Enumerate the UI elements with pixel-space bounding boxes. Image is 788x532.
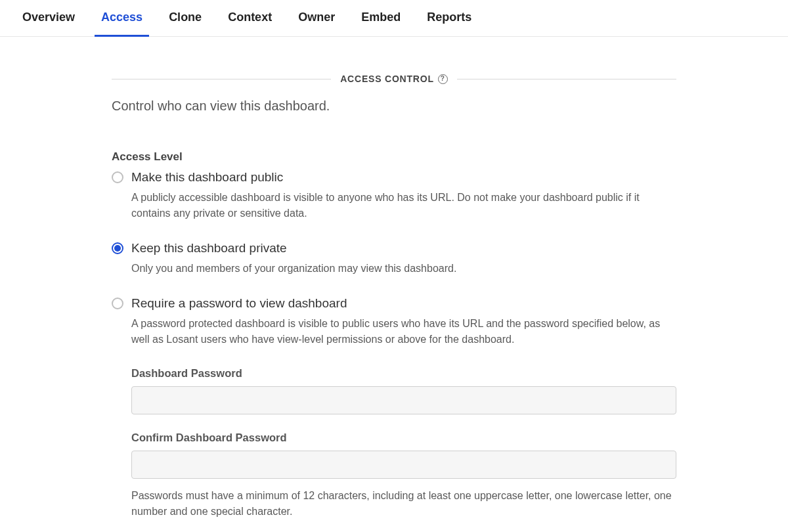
radio-public-desc: A publicly accessible dashboard is visib… bbox=[131, 190, 676, 221]
radio-option-public: Make this dashboard public A publicly ac… bbox=[112, 170, 676, 221]
password-label: Dashboard Password bbox=[131, 367, 676, 380]
tab-context[interactable]: Context bbox=[228, 7, 272, 36]
divider-right bbox=[457, 79, 676, 79]
tab-bar: Overview Access Clone Context Owner Embe… bbox=[0, 0, 788, 37]
radio-private[interactable]: Keep this dashboard private bbox=[112, 241, 676, 255]
password-hint: Passwords must have a minimum of 12 char… bbox=[131, 488, 676, 520]
tab-embed[interactable]: Embed bbox=[361, 7, 401, 36]
radio-option-password: Require a password to view dashboard A p… bbox=[112, 296, 676, 347]
radio-password-desc: A password protected dashboard is visibl… bbox=[131, 316, 676, 347]
section-subtitle: Control who can view this dashboard. bbox=[112, 99, 676, 114]
radio-private-title: Keep this dashboard private bbox=[131, 241, 287, 255]
radio-indicator bbox=[112, 171, 123, 183]
section-header: ACCESS CONTROL ? bbox=[112, 74, 676, 84]
radio-private-desc: Only you and members of your organizatio… bbox=[131, 261, 676, 277]
password-confirm-input[interactable] bbox=[131, 451, 676, 479]
radio-indicator bbox=[112, 298, 123, 309]
radio-indicator bbox=[112, 242, 123, 254]
access-panel: ACCESS CONTROL ? Control who can view th… bbox=[112, 37, 676, 532]
radio-password-title: Require a password to view dashboard bbox=[131, 296, 347, 311]
tab-access[interactable]: Access bbox=[101, 7, 142, 36]
access-level-radio-group: Make this dashboard public A publicly ac… bbox=[112, 170, 676, 347]
radio-public[interactable]: Make this dashboard public bbox=[112, 170, 676, 185]
password-section: Dashboard Password Confirm Dashboard Pas… bbox=[131, 367, 676, 520]
help-icon[interactable]: ? bbox=[438, 74, 448, 84]
tab-owner[interactable]: Owner bbox=[298, 7, 335, 36]
divider-left bbox=[112, 79, 331, 79]
tab-clone[interactable]: Clone bbox=[169, 7, 202, 36]
section-title: ACCESS CONTROL bbox=[340, 74, 434, 84]
password-confirm-label: Confirm Dashboard Password bbox=[131, 432, 676, 444]
radio-public-title: Make this dashboard public bbox=[131, 170, 283, 185]
tab-reports[interactable]: Reports bbox=[427, 7, 471, 36]
radio-password[interactable]: Require a password to view dashboard bbox=[112, 296, 676, 311]
radio-option-private: Keep this dashboard private Only you and… bbox=[112, 241, 676, 277]
tab-overview[interactable]: Overview bbox=[22, 7, 75, 36]
access-level-label: Access Level bbox=[112, 150, 676, 164]
password-input[interactable] bbox=[131, 386, 676, 414]
